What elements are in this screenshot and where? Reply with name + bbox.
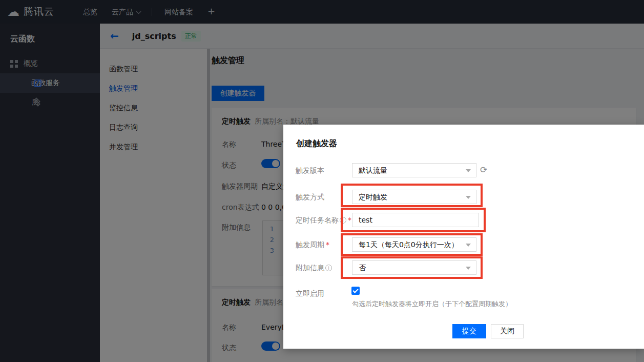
chevron-down-icon: [466, 169, 471, 172]
attach-info-label: 附加信息i: [296, 260, 332, 275]
task-name-label-text: 定时任务名称: [296, 216, 339, 224]
close-button[interactable]: 关闭: [491, 324, 524, 338]
field-trigger-period: 触发周期* 每1天（每天0点0分执行一次）: [283, 237, 644, 252]
field-task-name: 定时任务名称i*: [283, 213, 644, 227]
chevron-down-icon: [466, 244, 471, 247]
required-asterisk: *: [348, 216, 351, 224]
trigger-period-value: 每1天（每天0点0分执行一次）: [359, 240, 459, 249]
field-enable-now: 立即启用: [283, 286, 644, 300]
trigger-period-label-text: 触发周期: [296, 240, 324, 249]
trigger-version-value: 默认流量: [359, 166, 387, 174]
trigger-version-label: 触发版本: [296, 163, 324, 177]
attach-info-value: 否: [359, 264, 366, 272]
enable-now-label: 立即启用: [296, 286, 324, 300]
trigger-type-label: 触发方式: [296, 190, 324, 204]
trigger-version-select[interactable]: 默认流量: [352, 163, 476, 177]
trigger-type-select[interactable]: 定时触发: [352, 190, 476, 204]
chevron-down-icon: [466, 196, 471, 199]
field-attach-info: 附加信息i 否: [283, 260, 644, 275]
field-trigger-type: 触发方式 定时触发: [283, 190, 644, 204]
enable-now-helper-text: 勾选后定时触发器将立即开启（于下个配置周期触发）: [352, 299, 512, 309]
create-trigger-dialog: 创建触发器 触发版本 默认流量 ⟳ 触发方式 定时触发 定时任务名称i*: [283, 125, 644, 349]
dialog-title: 创建触发器: [296, 138, 337, 149]
required-asterisk: *: [326, 240, 329, 249]
app-screen: ☁ 腾讯云 总览 云产品 网站备案 + 云函数 概览 函数服务 层 ← jd_s…: [0, 0, 644, 362]
trigger-period-select[interactable]: 每1天（每天0点0分执行一次）: [352, 237, 476, 252]
task-name-label: 定时任务名称i*: [296, 213, 351, 227]
chevron-down-icon: [466, 267, 471, 270]
info-icon[interactable]: i: [340, 217, 346, 224]
enable-now-checkbox[interactable]: [351, 287, 360, 295]
info-icon[interactable]: i: [325, 265, 332, 271]
field-trigger-version: 触发版本 默认流量 ⟳: [283, 163, 644, 177]
task-name-input[interactable]: [352, 213, 479, 227]
attach-info-label-text: 附加信息: [296, 264, 324, 272]
trigger-type-value: 定时触发: [359, 193, 387, 201]
submit-button[interactable]: 提交: [452, 324, 486, 338]
trigger-period-label: 触发周期*: [296, 237, 329, 252]
refresh-icon[interactable]: ⟳: [478, 165, 489, 176]
attach-info-select[interactable]: 否: [352, 260, 476, 275]
